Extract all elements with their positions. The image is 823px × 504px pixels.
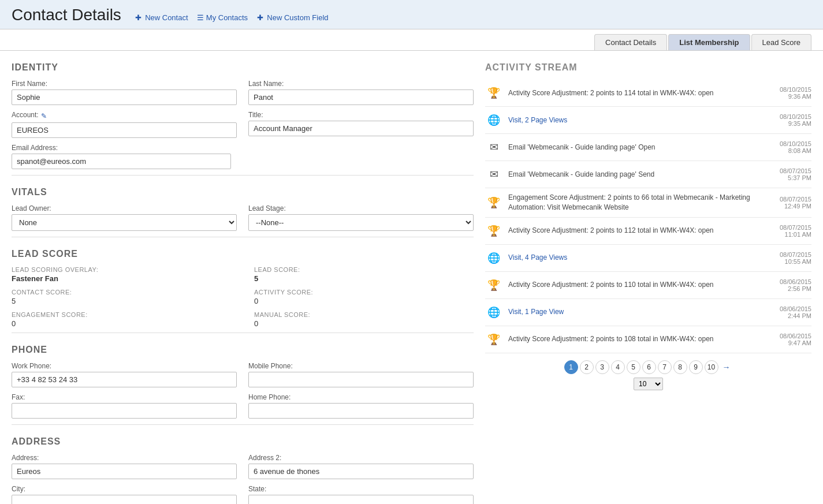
name-row: First Name: Last Name: bbox=[12, 80, 474, 105]
address2-label: Address 2: bbox=[248, 454, 474, 462]
city-input[interactable] bbox=[12, 495, 237, 504]
manual-score-label: MANUAL SCORE: bbox=[254, 311, 474, 318]
email-row: Email Address: bbox=[12, 144, 474, 169]
score-col-right: LEAD SCORE: 5 ACTIVITY SCORE: 0 MANUAL S… bbox=[254, 266, 474, 328]
address-row-1: Address: Address 2: bbox=[12, 454, 474, 479]
lead-stage-select[interactable]: --None-- Lead Prospect Customer bbox=[248, 214, 474, 231]
account-input[interactable] bbox=[12, 122, 237, 138]
home-phone-input[interactable] bbox=[248, 403, 474, 419]
last-name-group: Last Name: bbox=[248, 80, 474, 105]
title-group: Title: bbox=[248, 111, 474, 138]
page-btn-1[interactable]: 1 bbox=[564, 360, 578, 374]
per-page-select[interactable]: 10 25 50 100 bbox=[634, 378, 663, 390]
page-btn-8[interactable]: 8 bbox=[673, 360, 687, 374]
activity-time-8: 08/06/20152:56 PM bbox=[765, 278, 811, 292]
my-contacts-link[interactable]: ☰ My Contacts bbox=[197, 13, 248, 22]
divider-1 bbox=[12, 175, 474, 176]
activity-text-7[interactable]: Visit, 4 Page Views bbox=[508, 253, 759, 263]
lead-stage-label: Lead Stage: bbox=[248, 204, 474, 212]
activity-text-3: Email 'Webmecanik - Guide landing page' … bbox=[508, 143, 759, 152]
tab-contact-details[interactable]: Contact Details bbox=[594, 34, 667, 50]
email-label: Email Address: bbox=[12, 144, 231, 152]
page-btn-9[interactable]: 9 bbox=[689, 360, 703, 374]
activity-item-9: 🌐Visit, 1 Page View08/06/20152:44 PM bbox=[485, 299, 811, 326]
header-links: ✚ New Contact ☰ My Contacts ✚ New Custom… bbox=[135, 13, 336, 22]
page-btn-3[interactable]: 3 bbox=[595, 360, 609, 374]
account-title-row: Account: ✎ Title: bbox=[12, 111, 474, 138]
activity-item-10: 🏆Activity Score Adjustment: 2 points to … bbox=[485, 326, 811, 353]
globe-icon-7: 🌐 bbox=[485, 249, 502, 267]
divider-3 bbox=[12, 333, 474, 333]
tab-lead-score[interactable]: Lead Score bbox=[751, 34, 812, 50]
address2-input[interactable] bbox=[248, 464, 474, 479]
last-name-label: Last Name: bbox=[248, 80, 474, 88]
activity-item-1: 🏆Activity Score Adjustment: 2 points to … bbox=[485, 80, 811, 107]
mobile-phone-input[interactable] bbox=[248, 372, 474, 387]
activity-score-label: ACTIVITY SCORE: bbox=[254, 289, 474, 296]
activity-time-10: 08/06/20159:47 AM bbox=[765, 333, 811, 346]
phone-section-title: PHONE bbox=[12, 345, 474, 355]
page-btn-10[interactable]: 10 bbox=[705, 360, 718, 374]
lead-score-label: LEAD SCORE: bbox=[254, 266, 474, 273]
overlay-label: LEAD SCORING OVERLAY: bbox=[12, 266, 231, 273]
activity-text-6: Activity Score Adjustment: 2 points to 1… bbox=[508, 226, 759, 236]
left-panel: IDENTITY First Name: Last Name: Account:… bbox=[12, 62, 474, 504]
activity-text-9[interactable]: Visit, 1 Page View bbox=[508, 307, 759, 317]
address2-group: Address 2: bbox=[248, 454, 474, 479]
work-phone-label: Work Phone: bbox=[12, 362, 237, 370]
page-btn-7[interactable]: 7 bbox=[658, 360, 672, 374]
lead-owner-group: Lead Owner: None Other bbox=[12, 204, 237, 231]
score-grid: LEAD SCORING OVERLAY: Fastener Fan CONTA… bbox=[12, 266, 474, 328]
activity-text-2[interactable]: Visit, 2 Page Views bbox=[508, 115, 759, 125]
email-input[interactable] bbox=[12, 154, 231, 169]
page-btn-5[interactable]: 5 bbox=[627, 360, 640, 374]
first-name-input[interactable] bbox=[12, 89, 237, 105]
lead-score-section-title: LEAD SCORE bbox=[12, 249, 474, 259]
identity-section-title: IDENTITY bbox=[12, 62, 474, 73]
account-edit-icon[interactable]: ✎ bbox=[41, 112, 47, 120]
pagination: 1 2 3 4 5 6 7 8 9 10 → bbox=[485, 360, 811, 374]
first-name-label: First Name: bbox=[12, 80, 237, 88]
state-input[interactable] bbox=[248, 495, 474, 504]
phone-row-2: Fax: Home Phone: bbox=[12, 393, 474, 419]
home-phone-label: Home Phone: bbox=[248, 393, 474, 401]
work-phone-input[interactable] bbox=[12, 372, 237, 387]
activity-text-1: Activity Score Adjustment: 2 points to 1… bbox=[508, 88, 759, 98]
page-btn-4[interactable]: 4 bbox=[611, 360, 625, 374]
page-btn-2[interactable]: 2 bbox=[580, 360, 594, 374]
lead-owner-select[interactable]: None Other bbox=[12, 214, 237, 231]
engagement-score-label: ENGAGEMENT SCORE: bbox=[12, 311, 231, 318]
address-section-title: ADDRESS bbox=[12, 436, 474, 447]
lead-owner-label: Lead Owner: bbox=[12, 204, 237, 212]
new-custom-field-link[interactable]: ✚ New Custom Field bbox=[257, 13, 329, 22]
vitals-row: Lead Owner: None Other Lead Stage: --Non… bbox=[12, 204, 474, 231]
last-name-input[interactable] bbox=[248, 89, 474, 105]
address-input[interactable] bbox=[12, 464, 237, 479]
new-contact-link[interactable]: ✚ New Contact bbox=[135, 13, 188, 22]
state-group: State: bbox=[248, 485, 474, 504]
activity-item-5: 🏆Engagement Score Adjustment: 2 points t… bbox=[485, 188, 811, 218]
page-btn-6[interactable]: 6 bbox=[642, 360, 656, 374]
address-group: Address: bbox=[12, 454, 237, 479]
address-row-2: City: State: bbox=[12, 485, 474, 504]
plus-icon-1: ✚ bbox=[135, 13, 141, 22]
trophy-icon-1: 🏆 bbox=[485, 84, 502, 102]
activity-item-2: 🌐Visit, 2 Page Views08/10/20159:35 AM bbox=[485, 107, 811, 134]
activity-list: 🏆Activity Score Adjustment: 2 points to … bbox=[485, 80, 811, 353]
fax-input[interactable] bbox=[12, 403, 237, 419]
mobile-phone-group: Mobile Phone: bbox=[248, 362, 474, 387]
email-icon-3: ✉ bbox=[485, 139, 502, 156]
activity-item-4: ✉Email 'Webmecanik - Guide landing page'… bbox=[485, 161, 811, 188]
phone-row-1: Work Phone: Mobile Phone: bbox=[12, 362, 474, 387]
trophy-icon-10: 🏆 bbox=[485, 331, 502, 348]
main-content: IDENTITY First Name: Last Name: Account:… bbox=[0, 51, 823, 504]
activity-item-8: 🏆Activity Score Adjustment: 2 points to … bbox=[485, 272, 811, 299]
trophy-icon-8: 🏆 bbox=[485, 277, 502, 294]
lead-stage-group: Lead Stage: --None-- Lead Prospect Custo… bbox=[248, 204, 474, 231]
activity-time-5: 08/07/201512:49 PM bbox=[765, 196, 811, 210]
tab-list-membership[interactable]: List Membership bbox=[668, 34, 750, 50]
divider-2 bbox=[12, 237, 474, 237]
address-label: Address: bbox=[12, 454, 237, 462]
next-page-arrow[interactable]: → bbox=[720, 363, 733, 372]
title-input[interactable] bbox=[248, 121, 474, 136]
